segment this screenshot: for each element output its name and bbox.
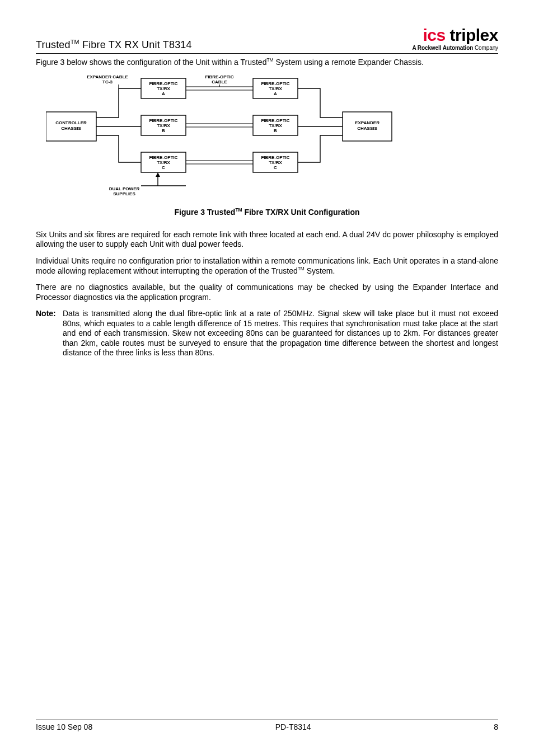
svg-text:B: B xyxy=(274,128,277,133)
caption-suffix: Fibre TX/RX Unit Configuration xyxy=(242,208,360,217)
intro-paragraph: Figure 3 below shows the configuration o… xyxy=(36,57,498,67)
title-tm: TM xyxy=(71,39,79,45)
intro-suffix: System using a remote Expander Chassis. xyxy=(274,58,424,67)
svg-text:FIBRE-OPTIC: FIBRE-OPTIC xyxy=(149,155,177,160)
svg-text:DUAL POWER: DUAL POWER xyxy=(109,186,140,191)
svg-text:SUPPLIES: SUPPLIES xyxy=(113,191,135,196)
svg-text:EXPANDER: EXPANDER xyxy=(355,120,380,125)
paragraph-3: There are no diagnostics available, but … xyxy=(36,283,498,302)
svg-text:C: C xyxy=(274,165,277,170)
svg-text:EXPANDER CABLE: EXPANDER CABLE xyxy=(87,74,128,79)
page-footer: Issue 10 Sep 08 PD-T8314 8 xyxy=(36,720,498,731)
figure-caption: Figure 3 TrustedTM Fibre TX/RX Unit Conf… xyxy=(36,207,498,217)
logo-tag-strong: A Rockwell Automation xyxy=(412,45,473,51)
intro-tm: TM xyxy=(266,57,273,63)
svg-text:FIBRE-OPTIC: FIBRE-OPTIC xyxy=(205,74,233,79)
svg-text:TX/RX: TX/RX xyxy=(157,123,170,128)
svg-text:CABLE: CABLE xyxy=(212,79,227,84)
svg-text:FIBRE-OPTIC: FIBRE-OPTIC xyxy=(149,118,177,123)
logo-first: ics xyxy=(423,26,445,44)
logo-rest: triplex xyxy=(446,26,498,44)
header-row: TrustedTM Fibre TX RX Unit T8314 ics tri… xyxy=(36,27,498,52)
p2-tm: TM xyxy=(298,266,305,271)
note-label: Note: xyxy=(36,309,63,358)
svg-text:CHASSIS: CHASSIS xyxy=(357,126,377,131)
svg-text:FIBRE-OPTIC: FIBRE-OPTIC xyxy=(261,81,289,86)
brand-logo: ics triplex A Rockwell Automation Compan… xyxy=(412,27,498,51)
title-suffix: Fibre TX RX Unit T8314 xyxy=(79,39,192,50)
paragraph-2: Individual Units require no configuratio… xyxy=(36,256,498,276)
footer-row: Issue 10 Sep 08 PD-T8314 8 xyxy=(36,722,498,731)
svg-text:C: C xyxy=(162,165,165,170)
footer-center: PD-T8314 xyxy=(275,722,311,731)
product-title: TrustedTM Fibre TX RX Unit T8314 xyxy=(36,39,192,51)
logo-tag-light: Company xyxy=(473,45,498,51)
logo-text: ics triplex xyxy=(412,27,498,44)
footer-right: 8 xyxy=(494,722,498,731)
paragraph-1: Six Units and six fibres are required fo… xyxy=(36,230,498,250)
configuration-diagram: CONTROLLER CHASSIS EXPANDER CHASSIS FIBR… xyxy=(46,73,393,201)
p2-prefix: Individual Units require no configuratio… xyxy=(36,256,498,275)
figure-3: CONTROLLER CHASSIS EXPANDER CHASSIS FIBR… xyxy=(36,73,498,217)
svg-text:FIBRE-OPTIC: FIBRE-OPTIC xyxy=(149,81,177,86)
svg-marker-43 xyxy=(156,172,160,177)
svg-text:B: B xyxy=(162,128,165,133)
header-divider xyxy=(36,53,498,54)
intro-prefix: Figure 3 below shows the configuration o… xyxy=(36,58,266,67)
svg-text:TX/RX: TX/RX xyxy=(157,160,170,165)
svg-text:CHASSIS: CHASSIS xyxy=(61,126,81,131)
title-prefix: Trusted xyxy=(36,39,71,50)
svg-text:TX/RX: TX/RX xyxy=(157,86,170,91)
svg-text:TC-3: TC-3 xyxy=(102,79,113,84)
caption-prefix: Figure 3 Trusted xyxy=(174,208,235,217)
note-body: Data is transmitted along the dual fibre… xyxy=(63,309,498,358)
svg-text:TX/RX: TX/RX xyxy=(269,86,282,91)
note-block: Note: Data is transmitted along the dual… xyxy=(36,309,498,358)
footer-left: Issue 10 Sep 08 xyxy=(36,722,92,731)
logo-tagline: A Rockwell Automation Company xyxy=(412,45,498,51)
svg-text:A: A xyxy=(162,91,165,96)
svg-text:FIBRE-OPTIC: FIBRE-OPTIC xyxy=(261,155,289,160)
svg-text:TX/RX: TX/RX xyxy=(269,123,282,128)
svg-text:CONTROLLER: CONTROLLER xyxy=(55,120,87,125)
svg-text:FIBRE-OPTIC: FIBRE-OPTIC xyxy=(261,118,289,123)
svg-text:TX/RX: TX/RX xyxy=(269,160,282,165)
svg-text:A: A xyxy=(274,91,277,96)
caption-tm: TM xyxy=(235,207,242,213)
p2-suffix: System. xyxy=(305,266,335,275)
footer-divider xyxy=(36,720,498,720)
